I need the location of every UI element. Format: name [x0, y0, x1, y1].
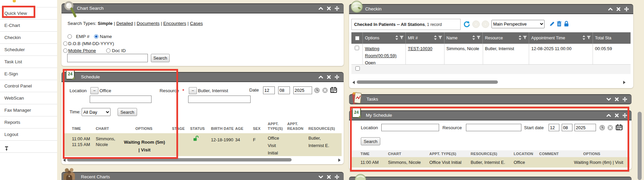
resource-input[interactable]: [466, 124, 521, 131]
collapse-icon[interactable]: [318, 75, 323, 79]
name-radio-label[interactable]: Name: [100, 34, 112, 39]
collapse-icon[interactable]: [318, 6, 323, 11]
col-resources[interactable]: RESOURCE(S): [471, 152, 497, 156]
col-sex[interactable]: SEX: [253, 127, 261, 131]
col-appt-reason-line1[interactable]: APPT.: [287, 122, 298, 126]
doc-id-radio[interactable]: [106, 48, 111, 53]
close-icon[interactable]: [327, 75, 331, 79]
sidebar-item-fax-manager[interactable]: Fax Manager: [0, 104, 57, 116]
start-year-input[interactable]: [574, 124, 596, 131]
horizontal-scrollbar[interactable]: [357, 80, 498, 84]
clock-icon[interactable]: [599, 125, 605, 132]
appt-options-line2[interactable]: | Visit: [122, 146, 167, 154]
location-collapse-button[interactable]: −: [90, 87, 98, 94]
expand-icon[interactable]: [318, 175, 323, 179]
move-icon[interactable]: [622, 113, 627, 118]
col-birth-date[interactable]: BIRTH DATE: [211, 127, 234, 131]
perspective-select[interactable]: Main Perspective: [491, 20, 545, 28]
mr-number-link[interactable]: TEST-10030: [408, 46, 432, 51]
col-appt-type-line2[interactable]: TYPE(S): [268, 127, 283, 131]
sidebar-item-scheduler[interactable]: Scheduler: [0, 44, 57, 56]
sort-icon[interactable]: [582, 35, 586, 41]
open-link[interactable]: Open: [365, 60, 376, 65]
resource-input[interactable]: [188, 96, 251, 103]
doc-id-radio-label[interactable]: Doc ID: [112, 48, 126, 53]
collapse-icon[interactable]: [608, 7, 613, 11]
collapse-icon[interactable]: [606, 113, 611, 118]
header-resource[interactable]: Resource: [483, 32, 529, 44]
move-icon[interactable]: [335, 6, 339, 11]
select-all-checkbox[interactable]: [355, 36, 359, 40]
sort-icon[interactable]: [518, 35, 522, 41]
horizontal-scrollbar[interactable]: [67, 158, 292, 161]
date-day-input[interactable]: [278, 86, 290, 94]
checkin-row[interactable]: Waiting Room(00:05:59) Open TEST-10030 S…: [351, 44, 631, 65]
scroll-right-arrow[interactable]: [623, 81, 626, 84]
sidebar-item-control-panel[interactable]: Control Panel: [0, 80, 57, 92]
waiting-room-link[interactable]: Waiting Room(00:05:59): [365, 46, 396, 58]
trash-icon[interactable]: [557, 21, 562, 28]
sidebar-item-e-chart[interactable]: E-Chart: [0, 20, 57, 32]
move-icon[interactable]: [624, 7, 629, 11]
my-schedule-panel-header[interactable]: My Schedule: [349, 110, 632, 120]
date-month-input[interactable]: [263, 86, 275, 94]
move-icon[interactable]: [622, 97, 627, 102]
refresh-icon[interactable]: [463, 21, 470, 29]
chart-search-input[interactable]: [67, 54, 148, 62]
time-select[interactable]: All Day: [82, 108, 111, 116]
calendar-picker-icon[interactable]: [616, 124, 622, 132]
empty-row-checkbox[interactable]: [355, 66, 360, 71]
appt-options[interactable]: Waiting Room (5m) | Visit: [122, 138, 167, 154]
filter-icon[interactable]: [399, 36, 404, 41]
prev-icon[interactable]: ‹: [472, 21, 480, 28]
col-options[interactable]: OPTIONS: [583, 152, 600, 156]
checkin-empty-row[interactable]: [351, 65, 631, 74]
clear-icon[interactable]: [322, 87, 328, 95]
emp-number-radio-label[interactable]: EMP #: [76, 34, 89, 39]
sort-icon[interactable]: [395, 35, 398, 41]
col-comment[interactable]: COMMENT: [539, 152, 559, 156]
recent-charts-panel-header[interactable]: Recent Charts: [61, 172, 344, 180]
sort-icon[interactable]: [434, 35, 437, 41]
sidebar-item-e-sign[interactable]: E-Sign: [0, 68, 57, 80]
search-type-cases[interactable]: Cases: [190, 21, 203, 26]
schedule-search-button[interactable]: Search: [118, 108, 137, 116]
scroll-left-arrow[interactable]: [352, 81, 355, 84]
clear-icon[interactable]: [607, 125, 613, 132]
sidebar-item-logout[interactable]: Logout: [0, 129, 57, 141]
search-type-detailed[interactable]: Detailed: [116, 21, 133, 26]
sidebar-item-reports[interactable]: Reports: [0, 116, 57, 129]
schedule-panel-header[interactable]: Schedule: [61, 72, 344, 82]
close-icon[interactable]: [616, 7, 621, 11]
vertical-scrollbar[interactable]: [638, 112, 642, 180]
calendar-picker-icon[interactable]: [330, 87, 337, 94]
col-appt-type-line1[interactable]: APPT.: [268, 122, 278, 126]
edit-pencil-icon[interactable]: [549, 21, 555, 28]
header-name[interactable]: Name: [444, 32, 483, 44]
sidebar-item-quick-view[interactable]: Quick View: [0, 7, 57, 20]
dob-radio[interactable]: [63, 41, 68, 46]
search-type-encounters[interactable]: Encounters: [163, 21, 186, 26]
mobile-phone-radio-label[interactable]: Mobile Phone: [68, 48, 96, 53]
move-icon[interactable]: [335, 75, 339, 79]
sidebar-item-checkin[interactable]: Checkin: [0, 32, 57, 44]
col-chart[interactable]: CHART: [388, 152, 401, 156]
col-age[interactable]: AGE: [235, 127, 243, 131]
location-input[interactable]: [90, 96, 152, 103]
col-options[interactable]: OPTIONS: [135, 127, 153, 131]
close-icon[interactable]: [614, 97, 619, 102]
filter-icon[interactable]: [587, 36, 591, 41]
date-year-input[interactable]: [293, 86, 312, 94]
chart-search-button[interactable]: Search: [151, 54, 170, 62]
expand-icon[interactable]: [606, 97, 611, 102]
partial-panel-header[interactable]: [349, 177, 632, 180]
col-time[interactable]: TIME: [360, 152, 370, 156]
lock-icon[interactable]: [564, 21, 569, 28]
col-resources[interactable]: RESOURCE(S): [308, 127, 335, 131]
checkin-panel-header[interactable]: Checkin: [349, 4, 633, 14]
clock-icon[interactable]: [314, 87, 320, 95]
sidebar-pin-toggle[interactable]: [0, 141, 57, 153]
mobile-phone-radio[interactable]: [63, 48, 68, 53]
row-checkbox[interactable]: [355, 46, 359, 50]
move-icon[interactable]: [335, 175, 339, 179]
